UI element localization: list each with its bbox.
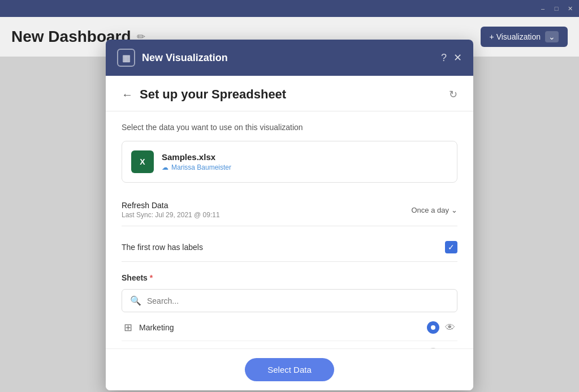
refresh-data-info: Refresh Data Last Sync: Jul 29, 2021 @ 0…	[122, 201, 220, 219]
modal-header: ▦ New Visualization ? ✕	[106, 40, 473, 76]
refresh-data-label: Refresh Data	[122, 201, 220, 210]
sheet-select-radio[interactable]	[427, 321, 439, 334]
sheet-actions: 👁	[427, 321, 455, 334]
modal-close-icon[interactable]: ✕	[453, 51, 462, 64]
modal-title: New Visualization	[142, 52, 434, 64]
excel-icon: X	[131, 150, 154, 173]
file-owner-name: Marissa Baumeister	[171, 163, 231, 171]
modal-content: Select the data you want to use on this …	[106, 111, 473, 348]
last-sync-label: Last Sync: Jul 29, 2021 @ 09:11	[122, 211, 220, 219]
modal-footer: Select Data	[106, 348, 473, 390]
file-info: Samples.xlsx ☁ Marissa Baumeister	[162, 152, 231, 171]
step-title: Set up your Spreadsheet	[140, 87, 442, 102]
search-icon: 🔍	[130, 295, 141, 306]
modal-body: ← Set up your Spreadsheet ↻ Select the d…	[106, 76, 473, 348]
modal-header-icon: ▦	[117, 49, 135, 67]
sheets-required-marker: *	[150, 273, 153, 282]
modal-header-actions: ? ✕	[441, 51, 462, 64]
refresh-data-row: Refresh Data Last Sync: Jul 29, 2021 @ 0…	[122, 194, 457, 226]
title-bar: – □ ✕	[0, 0, 579, 17]
sheets-section-label: Sheets *	[122, 273, 457, 282]
select-data-button[interactable]: Select Data	[245, 358, 334, 381]
new-visualization-modal: ▦ New Visualization ? ✕ ← Set up your Sp…	[106, 40, 473, 390]
minimize-button[interactable]: –	[538, 4, 547, 13]
sheets-search-box: 🔍	[122, 289, 457, 312]
preview-icon[interactable]: 👁	[445, 322, 455, 334]
back-button[interactable]: ←	[122, 89, 133, 100]
list-item: ⊞ Marketing 👁	[122, 315, 457, 341]
search-input[interactable]	[147, 296, 449, 305]
refresh-icon[interactable]: ↻	[449, 88, 457, 101]
window-close-button[interactable]: ✕	[565, 4, 574, 13]
maximize-button[interactable]: □	[552, 4, 561, 13]
first-row-label: The first row has labels	[122, 243, 203, 252]
cloud-icon: ☁	[162, 163, 168, 171]
sheet-list: ⊞ Marketing 👁 ⊞ Sales 👁	[122, 315, 457, 348]
list-item: ⊞ Sales 👁	[122, 341, 457, 348]
refresh-frequency-select[interactable]: Once a day ⌄	[412, 206, 458, 214]
step-subtitle: Select the data you want to use on this …	[122, 123, 457, 132]
file-card: X Samples.xlsx ☁ Marissa Baumeister	[122, 141, 457, 183]
file-name: Samples.xlsx	[162, 152, 231, 162]
help-icon[interactable]: ?	[441, 52, 447, 64]
refresh-frequency-value: Once a day	[412, 206, 450, 214]
refresh-frequency-chevron: ⌄	[451, 206, 457, 214]
table-icon: ⊞	[124, 321, 132, 334]
first-row-labels-row: The first row has labels ✓	[122, 233, 457, 262]
first-row-checkbox[interactable]: ✓	[445, 241, 457, 253]
modal-overlay: ▦ New Visualization ? ✕ ← Set up your Sp…	[0, 17, 579, 392]
file-owner-row: ☁ Marissa Baumeister	[162, 163, 231, 171]
modal-subheader: ← Set up your Spreadsheet ↻	[106, 76, 473, 111]
visualization-icon: ▦	[122, 53, 131, 63]
sheet-name: Marketing	[139, 323, 420, 332]
